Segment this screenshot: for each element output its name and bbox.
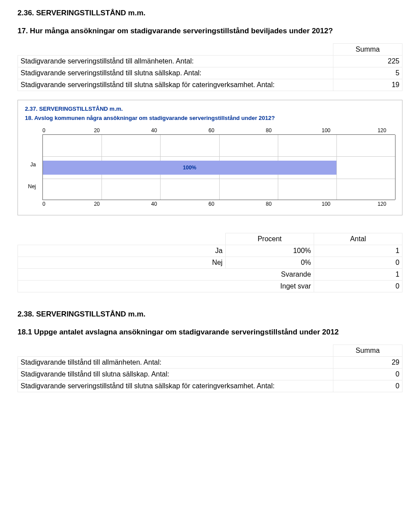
tick: 40 <box>151 201 157 207</box>
bar-value-label: 100% <box>183 165 196 171</box>
row-ant: 0 <box>314 257 402 268</box>
section-2-38: 2.38. SERVERINGSTILLSTÅND m.m. 18.1 Uppg… <box>18 310 402 392</box>
tick: 60 <box>209 127 214 134</box>
chart-block-2-37: 2.37. SERVERINGSTILLSTÅND m.m. 18. Avslo… <box>18 100 402 215</box>
row-value: 225 <box>333 55 402 67</box>
summary-val: 0 <box>314 280 402 292</box>
bar-row-nej <box>43 179 395 200</box>
axis-bottom: 0 20 40 60 80 100 120 <box>25 200 395 208</box>
row-value: 0 <box>333 368 402 380</box>
row-label: Nej <box>18 257 226 268</box>
table-row: Stadigvarande serveringstillstånd till s… <box>18 380 402 392</box>
cat-label-ja: Ja <box>30 162 36 167</box>
axis-top: 0 20 40 60 80 100 120 <box>25 127 395 134</box>
question-text: 17. Hur många ansökningar om stadigvaran… <box>18 26 402 36</box>
chart-question: 18. Avslog kommunen några ansökningar om… <box>25 115 395 121</box>
header-antal: Antal <box>314 233 402 245</box>
tick: 100 <box>322 201 330 207</box>
section-heading: 2.38. SERVERINGSTILLSTÅND m.m. <box>18 310 402 319</box>
row-label: Stadigvarande serveringstillstånd till s… <box>18 380 333 392</box>
empty-header <box>18 43 333 55</box>
row-ant: 1 <box>314 245 402 257</box>
tick: 80 <box>266 127 272 134</box>
row-label: Stadigvarande tillstånd till allmänheten… <box>18 356 333 368</box>
table-row: Stadigvarande tillstånd till allmänheten… <box>18 356 402 368</box>
row-pct: 0% <box>225 257 314 268</box>
table-row: Nej 0% 0 <box>18 257 402 268</box>
tick: 20 <box>94 127 100 134</box>
tick: 20 <box>94 201 100 207</box>
bar-ja: 100% <box>43 161 336 175</box>
summary-label: Inget svar <box>18 280 314 292</box>
summa-header: Summa <box>333 345 402 356</box>
tick: 120 <box>378 201 386 207</box>
percent-antal-table: Procent Antal Ja 100% 1 Nej 0% 0 Svarand… <box>18 233 402 292</box>
empty-row <box>43 135 395 157</box>
chart-heading: 2.37. SERVERINGSTILLSTÅND m.m. <box>25 105 395 112</box>
tick: 120 <box>378 127 386 134</box>
tick: 0 <box>42 127 46 134</box>
tick: 100 <box>322 127 330 134</box>
header-procent: Procent <box>225 233 314 245</box>
plot-row: Ja Nej 100% <box>25 134 395 200</box>
tick: 60 <box>209 201 214 207</box>
plot-area: Ja Nej 100% <box>42 134 395 200</box>
tick: 40 <box>151 127 157 134</box>
row-label: Stadigvarande serveringstillstånd till a… <box>18 55 333 67</box>
row-value: 0 <box>333 380 402 392</box>
tick: 0 <box>42 201 46 207</box>
empty-header <box>18 233 226 245</box>
row-pct: 100% <box>225 245 314 257</box>
row-label: Stadigvarande tillstånd till slutna säll… <box>18 368 333 380</box>
axis-ticks-bottom: 0 20 40 60 80 100 120 <box>42 200 395 208</box>
row-value: 29 <box>333 356 402 368</box>
table-row: Inget svar 0 <box>18 280 402 292</box>
summary-val: 1 <box>314 268 402 280</box>
table-row: Stadigvarande serveringstillstånd till a… <box>18 55 402 67</box>
axis-ticks-top: 0 20 40 60 80 100 120 <box>42 127 395 134</box>
table-row: Stadigvarande serveringstillstånd till s… <box>18 67 402 79</box>
row-label: Stadigvarande serveringstillstånd till s… <box>18 79 333 91</box>
table-row: Ja 100% 1 <box>18 245 402 257</box>
row-label: Stadigvarande serveringstillstånd till s… <box>18 67 333 79</box>
section-heading: 2.36. SERVERINGSTILLSTÅND m.m. <box>18 9 402 18</box>
summa-table-38: Summa Stadigvarande tillstånd till allmä… <box>18 345 402 392</box>
row-value: 19 <box>333 79 402 91</box>
row-label: Ja <box>18 245 226 257</box>
summary-label: Svarande <box>18 268 314 280</box>
tick: 80 <box>266 201 272 207</box>
question-text: 18.1 Uppge antalet avslagna ansökningar … <box>18 327 402 338</box>
row-value: 5 <box>333 67 402 79</box>
summa-table-36: Summa Stadigvarande serveringstillstånd … <box>18 43 402 91</box>
table-row: Svarande 1 <box>18 268 402 280</box>
cat-label-nej: Nej <box>28 184 36 189</box>
empty-header <box>18 345 333 356</box>
table-row: Stadigvarande serveringstillstånd till s… <box>18 79 402 91</box>
table-row: Stadigvarande tillstånd till slutna säll… <box>18 368 402 380</box>
section-2-36: 2.36. SERVERINGSTILLSTÅND m.m. 17. Hur m… <box>18 9 402 91</box>
summa-header: Summa <box>333 43 402 55</box>
category-labels: Ja Nej <box>22 135 39 200</box>
bar-row-ja: 100% <box>43 157 395 179</box>
